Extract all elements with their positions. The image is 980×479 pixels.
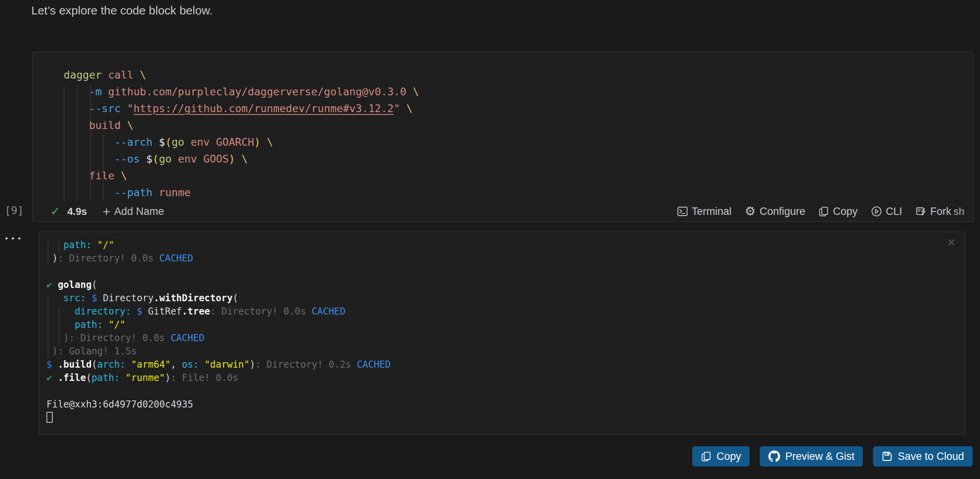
copy-icon: [701, 451, 711, 462]
cell-status-bar: ✓ 4.9s + Add Name Terminal⚙ConfigureCopy…: [33, 203, 973, 222]
code-line: file \: [64, 167, 973, 184]
copy-icon: [818, 206, 829, 217]
github-icon: [768, 450, 780, 462]
output-line: src: $ Directory.withDirectory(: [46, 291, 965, 305]
success-check-icon: ✓: [50, 206, 60, 217]
save-icon: [882, 451, 893, 462]
status-left: ✓ 4.9s + Add Name: [50, 205, 164, 218]
fork-button[interactable]: Fork: [916, 206, 951, 218]
cell-toolbar: Terminal⚙ConfigureCopyCLIFork: [677, 205, 951, 218]
code-line: build \: [64, 117, 973, 134]
output-line: ): Golang! 1.5s: [46, 345, 965, 358]
output-line: ): Directory! 0.0s CACHED: [46, 252, 965, 265]
add-name-label: Add Name: [114, 206, 164, 218]
toolbar-item-label: Terminal: [692, 206, 732, 218]
preview-gist-button[interactable]: Preview & Gist: [760, 446, 863, 466]
output-line: [46, 411, 965, 424]
gear-icon: ⚙: [745, 205, 756, 218]
terminal-cursor: [46, 412, 53, 423]
toolbar-item-label: CLI: [886, 206, 902, 218]
play-circle-icon: [871, 206, 882, 217]
footer-buttons: CopyPreview & GistSave to Cloud: [692, 446, 973, 466]
code-line: --path runme: [64, 184, 973, 201]
code-content: dagger call \ -m github.com/purpleclay/d…: [33, 52, 973, 201]
output-line: path: "/": [46, 318, 965, 331]
cli-button[interactable]: CLI: [871, 206, 902, 218]
notebook-page: Let’s explore the code block below. [9] …: [0, 0, 980, 479]
output-line: directory: $ GitRef.tree: Directory! 0.0…: [46, 305, 965, 318]
fork-icon: [916, 206, 927, 217]
save-to-cloud-button[interactable]: Save to Cloud: [873, 446, 973, 466]
code-line: --arch $(go env GOARCH) \: [64, 134, 973, 150]
configure-button[interactable]: ⚙Configure: [745, 205, 805, 218]
intro-text: Let’s explore the code block below.: [31, 4, 213, 17]
footer-button-label: Copy: [716, 450, 741, 463]
add-name-button[interactable]: + Add Name: [103, 205, 164, 218]
output-line: path: "/": [46, 238, 965, 252]
plus-icon: +: [103, 205, 110, 218]
code-line: --os $(go env GOOS) \: [64, 150, 973, 167]
terminal-icon: [677, 206, 688, 217]
output-line: ): Directory! 0.0s CACHED: [46, 331, 965, 345]
output-line: $ .build(arch: "arm64", os: "darwin"): D…: [46, 358, 965, 371]
code-line: -m github.com/purpleclay/daggerverse/gol…: [64, 83, 973, 100]
code-editor[interactable]: dagger call \ -m github.com/purpleclay/d…: [33, 52, 973, 204]
toolbar-item-label: Configure: [759, 206, 805, 218]
output-line: File@xxh3:6d4977d0200c4935: [46, 398, 965, 411]
output-line: ✔ .file(path: "runme"): File! 0.0s: [46, 371, 965, 384]
code-line: --src "https://github.com/runmedev/runme…: [64, 100, 973, 117]
execution-count: [9]: [5, 204, 24, 216]
execution-duration: 4.9s: [67, 206, 87, 218]
copy-button[interactable]: Copy: [692, 446, 750, 466]
copy-button[interactable]: Copy: [818, 206, 857, 218]
cell-actions-ellipsis[interactable]: •••: [5, 234, 24, 243]
toolbar-item-label: Copy: [833, 206, 857, 218]
output-line: [46, 265, 965, 278]
toolbar-item-label: Fork: [930, 206, 951, 218]
output-line: [46, 384, 965, 398]
footer-button-label: Preview & Gist: [785, 450, 854, 463]
output-line: ✔ golang(: [46, 278, 965, 291]
language-label: sh: [954, 206, 964, 218]
code-line: dagger call \: [64, 66, 973, 83]
code-cell: dagger call \ -m github.com/purpleclay/d…: [32, 52, 973, 222]
terminal-button[interactable]: Terminal: [677, 206, 732, 218]
footer-button-label: Save to Cloud: [898, 450, 964, 463]
output-cell: ✕ path: "/" ): Directory! 0.0s CACHED ✔ …: [39, 232, 966, 434]
terminal-output[interactable]: path: "/" ): Directory! 0.0s CACHED ✔ go…: [39, 232, 965, 424]
close-icon[interactable]: ✕: [947, 238, 956, 248]
